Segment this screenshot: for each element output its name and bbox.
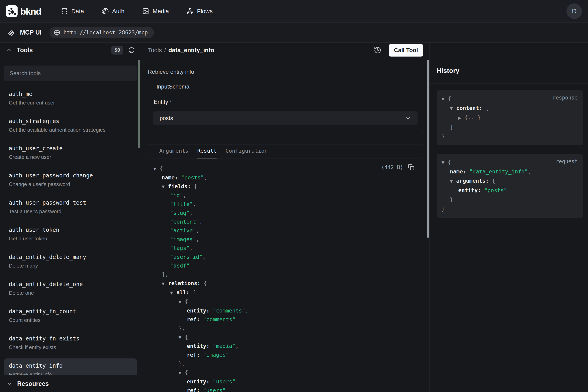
history-entry-request[interactable]: request ▼{name: "data_entity_info",▼argu…: [437, 154, 583, 218]
tool-name: auth_user_password_change: [9, 172, 132, 179]
bknd-logo-icon: [6, 6, 17, 17]
history-title: History: [437, 67, 459, 74]
response-json-tree: ▼{▼content: [▶{...}]}: [441, 94, 579, 141]
json-line: ▼fields: [: [153, 182, 423, 191]
tools-title: Tools: [17, 46, 33, 54]
tool-list-item[interactable]: auth_user_password_testTest a user's pas…: [4, 196, 137, 219]
bknd-logo[interactable]: bknd: [6, 6, 41, 17]
tool-list-item[interactable]: data_entity_infoRetrieve entity info: [4, 358, 137, 375]
tool-list: auth_meGet the current userauth_strategi…: [4, 87, 137, 375]
request-json-tree: ▼{name: "data_entity_info",▼arguments: {…: [441, 158, 579, 214]
tool-list-item[interactable]: auth_user_password_changeChange a user's…: [4, 168, 137, 192]
main-scrollbar[interactable]: [427, 60, 429, 238]
top-nav: bknd Data Auth Media Flows D: [0, 0, 588, 22]
history-button[interactable]: [374, 46, 382, 54]
tool-list-item[interactable]: auth_user_tokenGet a user token: [4, 222, 137, 246]
tool-list-item[interactable]: data_entity_delete_manyDelete many: [4, 250, 137, 273]
tool-name: data_entity_fn_exists: [9, 335, 132, 342]
user-avatar[interactable]: D: [567, 4, 582, 19]
collapse-triangle-icon[interactable]: ▼: [162, 182, 168, 191]
json-line: entity: "comments",: [153, 306, 423, 315]
tool-description: Delete many: [9, 263, 132, 269]
nav-item-media[interactable]: Media: [142, 8, 169, 14]
call-tool-button[interactable]: Call Tool: [389, 44, 423, 56]
expand-triangle-icon[interactable]: ▶: [458, 113, 465, 122]
collapse-triangle-icon[interactable]: ▼: [179, 368, 185, 377]
nav-item-data[interactable]: Data: [61, 8, 84, 14]
history-entry-response[interactable]: response ▼{▼content: [▶{...}]}: [437, 90, 583, 145]
json-line: ▼{: [153, 297, 423, 306]
collapse-triangle-icon[interactable]: ▼: [170, 288, 177, 297]
database-icon: [61, 8, 68, 14]
tool-name: auth_me: [9, 91, 132, 97]
tool-name: auth_user_token: [9, 226, 132, 233]
resources-section-header[interactable]: Resources: [0, 375, 141, 392]
tool-name: data_entity_info: [9, 362, 132, 369]
json-line: entity: "media",: [153, 342, 423, 350]
json-line: ▶{...}: [441, 113, 579, 122]
tool-description: Retrieve entity info: [9, 372, 132, 375]
tab-configuration[interactable]: Configuration: [225, 148, 268, 158]
breadcrumb-section[interactable]: Tools: [148, 47, 162, 54]
chevron-up-icon[interactable]: [6, 47, 12, 53]
breadcrumb-tool-name: data_entity_info: [168, 47, 214, 54]
workflow-icon: [187, 8, 194, 14]
input-schema-fieldset: InputSchema Entity* posts: [148, 84, 423, 133]
tool-list-item[interactable]: data_entity_delete_oneDelete one: [4, 277, 137, 300]
json-line: "active",: [153, 226, 423, 235]
copy-icon[interactable]: [408, 164, 414, 170]
tool-list-item[interactable]: data_entity_fn_existsCheck if entity exi…: [4, 331, 137, 355]
tab-arguments[interactable]: Arguments: [159, 148, 189, 158]
collapse-triangle-icon[interactable]: ▼: [153, 164, 160, 173]
sidebar-scrollbar[interactable]: [138, 60, 140, 148]
collapse-triangle-icon[interactable]: ▼: [450, 104, 456, 113]
entity-select[interactable]: posts: [153, 111, 417, 125]
json-line: ▼relations: {: [153, 279, 423, 288]
json-line: ▼{: [153, 333, 423, 342]
mcp-header-row: MCP UI http://localhost:28623/mcp: [0, 22, 588, 42]
collapse-triangle-icon[interactable]: ▼: [162, 279, 168, 288]
result-json-viewer: (442 B) ▼{name: "posts",▼fields: ["id","…: [148, 158, 423, 392]
collapse-triangle-icon[interactable]: ▼: [441, 158, 448, 167]
mcp-url: http://localhost:28623/mcp: [63, 29, 148, 36]
json-line: },: [153, 324, 423, 333]
tools-count-badge: 50: [111, 46, 123, 54]
collapse-triangle-icon[interactable]: ▼: [179, 333, 185, 342]
tool-list-item[interactable]: auth_user_createCreate a new user: [4, 141, 137, 165]
tool-detail-header: Tools / data_entity_info Call Tool: [141, 42, 429, 58]
json-line: }: [441, 132, 579, 141]
collapse-triangle-icon[interactable]: ▼: [441, 94, 448, 104]
json-line: }: [441, 195, 579, 204]
history-header: History: [429, 42, 588, 84]
collapse-triangle-icon[interactable]: ▼: [179, 298, 185, 306]
tool-name: data_entity_delete_many: [9, 254, 132, 260]
tool-description: Change a user's password: [9, 181, 132, 188]
collapse-triangle-icon[interactable]: ▼: [450, 176, 456, 186]
tool-description: Test a user's password: [9, 208, 132, 214]
tool-description: Count entities: [9, 317, 132, 323]
tool-description: Get the available authentication strateg…: [9, 127, 132, 133]
result-json-tree: ▼{name: "posts",▼fields: ["id","title","…: [153, 164, 423, 392]
mcp-logo-icon: [7, 29, 15, 36]
fingerprint-icon: [102, 8, 109, 14]
tab-result[interactable]: Result: [197, 148, 217, 158]
json-line: ▼arguments: {: [441, 176, 579, 186]
nav-item-auth[interactable]: Auth: [102, 8, 125, 14]
result-meta: (442 B): [381, 164, 414, 170]
tool-list-item[interactable]: auth_meGet the current user: [4, 87, 137, 110]
json-line: ],: [153, 270, 423, 279]
tool-list-item[interactable]: data_entity_fn_countCount entities: [4, 304, 137, 328]
tab-row: Arguments Result Configuration: [148, 144, 423, 158]
json-line: ▼all: [: [153, 288, 423, 297]
tool-description: Retrieve entity info: [148, 69, 423, 75]
nav-item-flows[interactable]: Flows: [187, 8, 212, 14]
json-line: ref: "comments": [153, 315, 423, 324]
chevron-down-icon: [6, 381, 12, 386]
tool-detail-panel: Tools / data_entity_info Call Tool Retri…: [141, 42, 429, 392]
json-line: "tags",: [153, 244, 423, 252]
tool-list-item[interactable]: auth_strategiesGet the available authent…: [4, 114, 137, 138]
search-input[interactable]: [4, 66, 137, 81]
history-list: response ▼{▼content: [▶{...}]} request ▼…: [429, 84, 588, 226]
refresh-icon[interactable]: [128, 47, 135, 54]
mcp-url-pill[interactable]: http://localhost:28623/mcp: [49, 27, 154, 38]
